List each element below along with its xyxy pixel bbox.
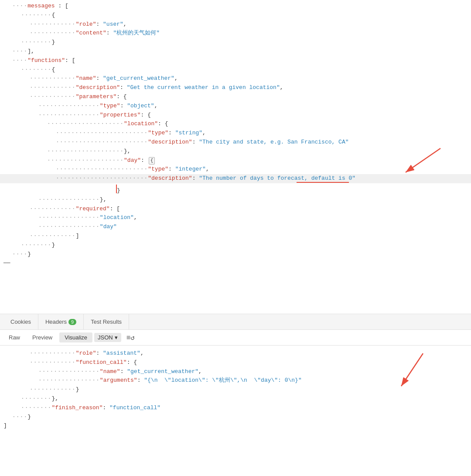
json-line: ························"description": "… [0,138,471,147]
json-line: ····} [0,413,471,422]
json-line: ········} [0,241,471,250]
json-line: ············} [0,385,471,394]
filter-icon[interactable]: ≡↺ [126,333,135,342]
json-line: ················"type": "object", [0,102,471,111]
bottom-panel: Cookies Headers 9 Test Results Raw Previ… [0,314,471,476]
json-line: ············"description": "Get the curr… [0,83,471,92]
json-line: —— [0,259,471,268]
json-line: ····} [0,250,471,259]
json-line: ············"content": "杭州的天气如何" [0,29,471,38]
json-line: ········}, [0,394,471,404]
tab-bar: Cookies Headers 9 Test Results [0,314,471,330]
json-line: ············"name": "get_current_weather… [0,74,471,83]
json-viewer-top: ····messages : [ ········{ ············"… [0,0,471,270]
json-line: ············"required": [ [0,205,471,214]
json-line: ] [0,421,471,431]
json-viewer-bottom: ············"role": "assistant", ·······… [0,347,471,432]
json-line-day: ····················"day": { [0,156,471,165]
json-line: ················"location", [0,213,471,223]
json-line: ················"properties": { [0,111,471,120]
top-json-panel: ····messages : [ ········{ ············"… [0,0,471,314]
json-line: ············"role": "assistant", [0,349,471,358]
tab-cookies[interactable]: Cookies [3,314,38,330]
json-line-arguments: ················"arguments": "{\n \"loca… [0,376,471,385]
tab-headers[interactable]: Headers 9 [38,314,84,330]
json-line: ············"role": "user", [0,20,471,29]
json-line: ············"parameters": { [0,92,471,102]
json-line: ············"function_call": { [0,358,471,367]
json-line: ····················"location": { [0,120,471,129]
json-line: ····················}, [0,147,471,156]
response-json-body: ············"role": "assistant", ·······… [0,346,471,472]
json-line-highlighted: ························"description": "… [0,174,471,183]
json-line: ················"day" [0,223,471,232]
tab-test-results[interactable]: Test Results [84,314,129,330]
json-line: ················"name": "get_current_wea… [0,367,471,377]
response-tabs: Raw Preview Visualize JSON ▾ ≡↺ [0,330,471,346]
json-line: ············] [0,232,471,241]
json-line: ········{ [0,65,471,75]
chevron-down-icon: ▾ [115,334,118,341]
json-line: } [0,183,471,195]
json-line: ························"type": "string"… [0,129,471,138]
tab-visualize[interactable]: Visualize [59,332,92,342]
json-line: ····"functions": [ [0,56,471,65]
json-line: ····], [0,47,471,56]
tab-preview[interactable]: Preview [27,332,58,342]
red-underline [297,182,349,183]
json-line: ········{ [0,11,471,20]
json-line: ························"type": "integer… [0,165,471,174]
json-line: ········} [0,38,471,47]
json-line: ········"finish_reason": "function_call" [0,404,471,413]
tab-raw[interactable]: Raw [3,332,25,342]
headers-badge: 9 [68,319,76,325]
json-line: ················}, [0,195,471,205]
json-line: ····messages : [ [0,2,471,11]
json-format-dropdown[interactable]: JSON ▾ [94,333,121,342]
